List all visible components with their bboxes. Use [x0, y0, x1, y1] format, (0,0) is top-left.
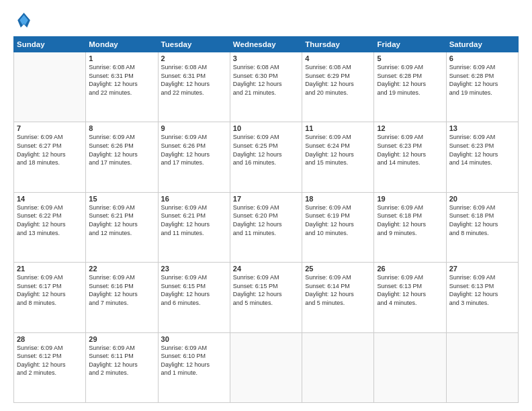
- calendar-cell: [230, 332, 302, 402]
- calendar-cell: 17Sunrise: 6:09 AM Sunset: 6:20 PM Dayli…: [230, 192, 302, 262]
- day-info: Sunrise: 6:09 AM Sunset: 6:28 PM Dayligh…: [377, 63, 443, 97]
- calendar-cell: 8Sunrise: 6:09 AM Sunset: 6:26 PM Daylig…: [86, 122, 158, 192]
- calendar-cell: 5Sunrise: 6:09 AM Sunset: 6:28 PM Daylig…: [374, 52, 446, 122]
- header: [13, 11, 519, 30]
- day-number: 25: [305, 265, 371, 273]
- day-number: 9: [161, 124, 227, 132]
- calendar-week-row: 7Sunrise: 6:09 AM Sunset: 6:27 PM Daylig…: [14, 122, 519, 192]
- day-info: Sunrise: 6:09 AM Sunset: 6:28 PM Dayligh…: [449, 63, 515, 97]
- calendar-header-friday: Friday: [374, 37, 446, 52]
- calendar-cell: 9Sunrise: 6:09 AM Sunset: 6:26 PM Daylig…: [158, 122, 230, 192]
- day-info: Sunrise: 6:09 AM Sunset: 6:23 PM Dayligh…: [449, 133, 515, 167]
- day-number: 27: [449, 265, 515, 273]
- calendar-cell: 13Sunrise: 6:09 AM Sunset: 6:23 PM Dayli…: [446, 122, 518, 192]
- calendar-cell: 26Sunrise: 6:09 AM Sunset: 6:13 PM Dayli…: [374, 263, 446, 332]
- day-info: Sunrise: 6:09 AM Sunset: 6:19 PM Dayligh…: [305, 203, 371, 237]
- calendar-header-wednesday: Wednesday: [230, 37, 302, 52]
- day-info: Sunrise: 6:09 AM Sunset: 6:15 PM Dayligh…: [233, 273, 299, 307]
- day-number: 24: [233, 265, 299, 273]
- day-number: 6: [449, 54, 515, 62]
- calendar-cell: 11Sunrise: 6:09 AM Sunset: 6:24 PM Dayli…: [302, 122, 374, 192]
- day-number: 23: [161, 265, 227, 273]
- calendar-cell: [302, 332, 374, 402]
- calendar-week-row: 1Sunrise: 6:08 AM Sunset: 6:31 PM Daylig…: [14, 52, 519, 122]
- day-info: Sunrise: 6:09 AM Sunset: 6:15 PM Dayligh…: [161, 273, 227, 307]
- calendar-cell: 18Sunrise: 6:09 AM Sunset: 6:19 PM Dayli…: [302, 192, 374, 262]
- calendar-cell: 21Sunrise: 6:09 AM Sunset: 6:17 PM Dayli…: [14, 263, 86, 332]
- day-number: 29: [89, 335, 154, 343]
- day-number: 10: [233, 124, 299, 132]
- calendar-cell: 12Sunrise: 6:09 AM Sunset: 6:23 PM Dayli…: [374, 122, 446, 192]
- day-info: Sunrise: 6:09 AM Sunset: 6:20 PM Dayligh…: [233, 203, 299, 237]
- day-number: 20: [449, 195, 515, 203]
- day-number: 14: [17, 195, 83, 203]
- day-number: 30: [161, 335, 227, 343]
- day-info: Sunrise: 6:09 AM Sunset: 6:24 PM Dayligh…: [305, 133, 371, 167]
- day-info: Sunrise: 6:09 AM Sunset: 6:21 PM Dayligh…: [89, 203, 154, 237]
- day-number: 18: [305, 195, 371, 203]
- day-info: Sunrise: 6:09 AM Sunset: 6:18 PM Dayligh…: [377, 203, 443, 237]
- logo-icon: [13, 11, 32, 30]
- day-info: Sunrise: 6:09 AM Sunset: 6:18 PM Dayligh…: [449, 203, 515, 237]
- calendar-header-tuesday: Tuesday: [158, 37, 230, 52]
- day-number: 5: [377, 54, 443, 62]
- calendar-cell: 27Sunrise: 6:09 AM Sunset: 6:13 PM Dayli…: [446, 263, 518, 332]
- day-info: Sunrise: 6:09 AM Sunset: 6:13 PM Dayligh…: [449, 273, 515, 307]
- day-info: Sunrise: 6:08 AM Sunset: 6:31 PM Dayligh…: [161, 63, 227, 97]
- day-number: 21: [17, 265, 83, 273]
- calendar-cell: 15Sunrise: 6:09 AM Sunset: 6:21 PM Dayli…: [86, 192, 158, 262]
- calendar-cell: 25Sunrise: 6:09 AM Sunset: 6:14 PM Dayli…: [302, 263, 374, 332]
- calendar-cell: 20Sunrise: 6:09 AM Sunset: 6:18 PM Dayli…: [446, 192, 518, 262]
- day-info: Sunrise: 6:09 AM Sunset: 6:10 PM Dayligh…: [161, 344, 227, 377]
- day-number: 8: [89, 124, 154, 132]
- calendar-cell: 14Sunrise: 6:09 AM Sunset: 6:22 PM Dayli…: [14, 192, 86, 262]
- calendar-cell: 10Sunrise: 6:09 AM Sunset: 6:25 PM Dayli…: [230, 122, 302, 192]
- day-info: Sunrise: 6:09 AM Sunset: 6:11 PM Dayligh…: [89, 344, 154, 377]
- day-number: 13: [449, 124, 515, 132]
- day-number: 12: [377, 124, 443, 132]
- day-info: Sunrise: 6:08 AM Sunset: 6:29 PM Dayligh…: [305, 63, 371, 97]
- calendar-cell: 3Sunrise: 6:08 AM Sunset: 6:30 PM Daylig…: [230, 52, 302, 122]
- day-number: 4: [305, 54, 371, 62]
- day-info: Sunrise: 6:09 AM Sunset: 6:25 PM Dayligh…: [233, 133, 299, 167]
- day-info: Sunrise: 6:09 AM Sunset: 6:14 PM Dayligh…: [305, 273, 371, 307]
- calendar-cell: 16Sunrise: 6:09 AM Sunset: 6:21 PM Dayli…: [158, 192, 230, 262]
- day-number: 3: [233, 54, 299, 62]
- logo: [13, 11, 35, 30]
- day-number: 19: [377, 195, 443, 203]
- day-number: 28: [17, 335, 83, 343]
- day-number: 7: [17, 124, 83, 132]
- calendar-header-saturday: Saturday: [446, 37, 518, 52]
- calendar-header-sunday: Sunday: [14, 37, 86, 52]
- day-info: Sunrise: 6:09 AM Sunset: 6:17 PM Dayligh…: [17, 273, 83, 307]
- day-number: 17: [233, 195, 299, 203]
- calendar-cell: 19Sunrise: 6:09 AM Sunset: 6:18 PM Dayli…: [374, 192, 446, 262]
- calendar-week-row: 21Sunrise: 6:09 AM Sunset: 6:17 PM Dayli…: [14, 263, 519, 332]
- calendar-cell: [374, 332, 446, 402]
- day-number: 26: [377, 265, 443, 273]
- calendar-header-monday: Monday: [86, 37, 158, 52]
- day-info: Sunrise: 6:09 AM Sunset: 6:26 PM Dayligh…: [89, 133, 154, 167]
- calendar-cell: 22Sunrise: 6:09 AM Sunset: 6:16 PM Dayli…: [86, 263, 158, 332]
- day-info: Sunrise: 6:09 AM Sunset: 6:26 PM Dayligh…: [161, 133, 227, 167]
- calendar-cell: 23Sunrise: 6:09 AM Sunset: 6:15 PM Dayli…: [158, 263, 230, 332]
- day-info: Sunrise: 6:09 AM Sunset: 6:27 PM Dayligh…: [17, 133, 83, 167]
- calendar-cell: 7Sunrise: 6:09 AM Sunset: 6:27 PM Daylig…: [14, 122, 86, 192]
- day-info: Sunrise: 6:08 AM Sunset: 6:31 PM Dayligh…: [89, 63, 154, 97]
- calendar-table: SundayMondayTuesdayWednesdayThursdayFrid…: [13, 36, 519, 403]
- calendar-cell: 30Sunrise: 6:09 AM Sunset: 6:10 PM Dayli…: [158, 332, 230, 402]
- calendar-cell: 2Sunrise: 6:08 AM Sunset: 6:31 PM Daylig…: [158, 52, 230, 122]
- day-info: Sunrise: 6:09 AM Sunset: 6:13 PM Dayligh…: [377, 273, 443, 307]
- day-number: 15: [89, 195, 154, 203]
- calendar-week-row: 28Sunrise: 6:09 AM Sunset: 6:12 PM Dayli…: [14, 332, 519, 402]
- day-info: Sunrise: 6:09 AM Sunset: 6:12 PM Dayligh…: [17, 344, 83, 377]
- day-info: Sunrise: 6:09 AM Sunset: 6:21 PM Dayligh…: [161, 203, 227, 237]
- day-number: 16: [161, 195, 227, 203]
- calendar-cell: 28Sunrise: 6:09 AM Sunset: 6:12 PM Dayli…: [14, 332, 86, 402]
- calendar-cell: 6Sunrise: 6:09 AM Sunset: 6:28 PM Daylig…: [446, 52, 518, 122]
- day-number: 22: [89, 265, 154, 273]
- day-info: Sunrise: 6:09 AM Sunset: 6:16 PM Dayligh…: [89, 273, 154, 307]
- page: SundayMondayTuesdayWednesdayThursdayFrid…: [0, 0, 532, 411]
- day-info: Sunrise: 6:09 AM Sunset: 6:23 PM Dayligh…: [377, 133, 443, 167]
- calendar-header-row: SundayMondayTuesdayWednesdayThursdayFrid…: [14, 37, 519, 52]
